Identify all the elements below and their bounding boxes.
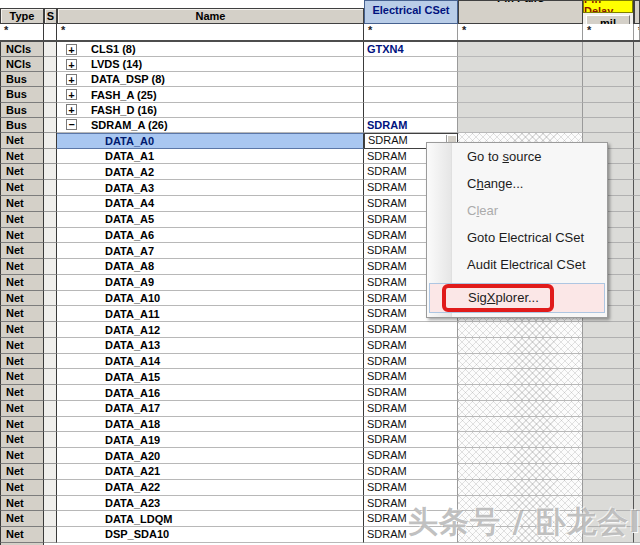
net-name-cell[interactable]: DATA_A10: [57, 291, 364, 307]
filter-pin-pairs[interactable]: *: [458, 24, 583, 40]
column-header-electrical-cset[interactable]: Electrical CSet: [364, 0, 458, 24]
row-type-cell[interactable]: Net: [0, 432, 44, 448]
group-name-cell[interactable]: +FASH_D (16): [57, 103, 364, 118]
menu-item-goto-electrical-cset[interactable]: Goto Electrical CSet: [427, 224, 607, 251]
row-type-cell[interactable]: Net: [0, 401, 44, 417]
row-s-cell[interactable]: [44, 527, 57, 543]
row-s-cell[interactable]: [44, 401, 57, 417]
group-name-cell[interactable]: +CLS1 (8): [57, 42, 364, 57]
menu-item-go-to-source[interactable]: Go to source: [427, 143, 607, 170]
row-s-cell[interactable]: [44, 103, 57, 118]
row-type-cell[interactable]: NCls: [0, 57, 44, 72]
row-type-cell[interactable]: Net: [0, 164, 44, 180]
row-type-cell[interactable]: Net: [0, 243, 44, 259]
row-type-cell[interactable]: Net: [0, 338, 44, 354]
net-name-cell[interactable]: DATA_A21: [57, 464, 364, 480]
filter-type[interactable]: *: [0, 24, 44, 40]
row-type-cell[interactable]: Net: [0, 369, 44, 385]
electrical-cset-cell[interactable]: [364, 87, 458, 102]
row-s-cell[interactable]: [44, 432, 57, 448]
electrical-cset-cell[interactable]: SDRAM: [364, 417, 458, 433]
row-s-cell[interactable]: [44, 338, 57, 354]
electrical-cset-cell[interactable]: [364, 72, 458, 87]
row-type-cell[interactable]: Net: [0, 133, 44, 149]
net-name-cell[interactable]: DATA_A11: [57, 306, 364, 322]
electrical-cset-cell[interactable]: SDRAM: [364, 480, 458, 496]
row-type-cell[interactable]: Bus: [0, 118, 44, 133]
row-s-cell[interactable]: [44, 306, 57, 322]
row-s-cell[interactable]: [44, 228, 57, 244]
row-s-cell[interactable]: [44, 164, 57, 180]
row-s-cell[interactable]: [44, 275, 57, 291]
electrical-cset-cell[interactable]: SDRAM: [364, 496, 458, 512]
row-s-cell[interactable]: [44, 354, 57, 370]
row-s-cell[interactable]: [44, 259, 57, 275]
expand-icon[interactable]: +: [66, 104, 77, 115]
net-name-cell[interactable]: DATA_A14: [57, 354, 364, 370]
row-s-cell[interactable]: [44, 196, 57, 212]
row-type-cell[interactable]: Net: [0, 228, 44, 244]
electrical-cset-cell[interactable]: [364, 103, 458, 118]
row-s-cell[interactable]: [44, 448, 57, 464]
expand-icon[interactable]: +: [66, 74, 77, 85]
net-name-cell[interactable]: DATA_A23: [57, 496, 364, 512]
menu-item-change[interactable]: Change...: [427, 170, 607, 197]
net-name-cell[interactable]: DATA_A0: [57, 133, 364, 149]
net-name-cell[interactable]: DATA_A8: [57, 259, 364, 275]
column-header-s[interactable]: S: [44, 8, 57, 24]
row-type-cell[interactable]: Net: [0, 385, 44, 401]
net-name-cell[interactable]: DATA_A5: [57, 212, 364, 228]
electrical-cset-cell[interactable]: SDRAM: [364, 448, 458, 464]
expand-icon[interactable]: +: [66, 89, 77, 100]
net-name-cell[interactable]: DSP_SDA10: [57, 527, 364, 543]
row-type-cell[interactable]: Bus: [0, 103, 44, 118]
row-type-cell[interactable]: Net: [0, 464, 44, 480]
row-type-cell[interactable]: Net: [0, 291, 44, 307]
row-type-cell[interactable]: Net: [0, 212, 44, 228]
row-type-cell[interactable]: Net: [0, 354, 44, 370]
net-name-cell[interactable]: DATA_A18: [57, 417, 364, 433]
filter-s[interactable]: [44, 24, 57, 40]
group-name-cell[interactable]: −SDRAM_A (26): [57, 118, 364, 133]
row-type-cell[interactable]: Net: [0, 322, 44, 338]
row-s-cell[interactable]: [44, 57, 57, 72]
row-s-cell[interactable]: [44, 42, 57, 57]
net-name-cell[interactable]: DATA_A2: [57, 164, 364, 180]
row-s-cell[interactable]: [44, 496, 57, 512]
row-type-cell[interactable]: Bus: [0, 87, 44, 102]
row-type-cell[interactable]: Net: [0, 511, 44, 527]
electrical-cset-cell[interactable]: SDRAM: [364, 401, 458, 417]
net-name-cell[interactable]: DATA_A7: [57, 243, 364, 259]
electrical-cset-cell[interactable]: SDRAM: [364, 369, 458, 385]
filter-mil[interactable]: *: [583, 24, 634, 40]
net-name-cell[interactable]: DATA_A16: [57, 385, 364, 401]
row-type-cell[interactable]: Net: [0, 527, 44, 543]
filter-cut[interactable]: *: [634, 24, 640, 40]
column-header-type[interactable]: Type: [0, 8, 44, 24]
electrical-cset-cell[interactable]: SDRAM: [364, 511, 458, 527]
row-type-cell[interactable]: Net: [0, 180, 44, 196]
column-header-pin-yellow[interactable]: Pin Delay mil: [583, 0, 634, 24]
row-s-cell[interactable]: [44, 133, 57, 149]
row-s-cell[interactable]: [44, 149, 57, 165]
row-type-cell[interactable]: Net: [0, 496, 44, 512]
electrical-cset-cell[interactable]: SDRAM: [364, 385, 458, 401]
electrical-cset-cell[interactable]: SDRAM: [364, 464, 458, 480]
row-type-cell[interactable]: Net: [0, 417, 44, 433]
menu-item-audit-electrical-cset[interactable]: Audit Electrical CSet: [427, 251, 607, 278]
row-type-cell[interactable]: Net: [0, 306, 44, 322]
row-type-cell[interactable]: Net: [0, 448, 44, 464]
net-name-cell[interactable]: DATA_A19: [57, 432, 364, 448]
row-type-cell[interactable]: Bus: [0, 72, 44, 87]
row-s-cell[interactable]: [44, 291, 57, 307]
net-name-cell[interactable]: DATA_A1: [57, 149, 364, 165]
filter-name[interactable]: *: [57, 24, 364, 40]
electrical-cset-cell[interactable]: GTXN4: [364, 42, 458, 57]
net-name-cell[interactable]: DATA_A13: [57, 338, 364, 354]
net-name-cell[interactable]: DATA_A15: [57, 369, 364, 385]
row-type-cell[interactable]: Net: [0, 149, 44, 165]
row-type-cell[interactable]: NCls: [0, 42, 44, 57]
row-s-cell[interactable]: [44, 417, 57, 433]
row-s-cell[interactable]: [44, 322, 57, 338]
net-name-cell[interactable]: DATA_A17: [57, 401, 364, 417]
